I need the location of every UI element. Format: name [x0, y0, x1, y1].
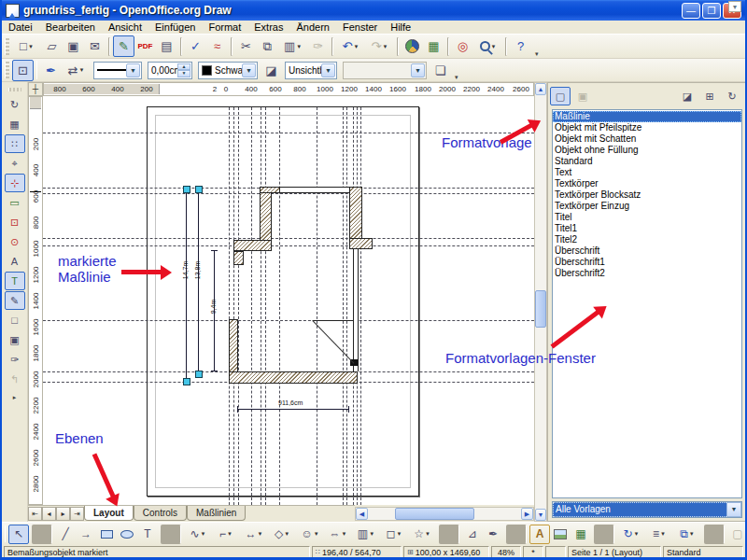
draw-tool-button[interactable]: ▼ [161, 525, 181, 544]
new-style-from-selection-button[interactable]: ⊞ [699, 87, 720, 105]
select-text-area-button[interactable]: T [5, 272, 25, 290]
style-list-item[interactable]: Textkörper [553, 178, 741, 189]
floorplan-wall[interactable] [349, 187, 362, 241]
minimize-button[interactable]: — [682, 3, 700, 19]
draw-tool-button[interactable]: ▼ [32, 525, 52, 544]
simple-handles-button[interactable]: □ [5, 311, 25, 329]
shadow-button[interactable]: ❏ [430, 60, 451, 81]
modify-with-attributes-button[interactable]: ✑ [5, 350, 25, 369]
select-tool[interactable]: ↖▼ [8, 525, 29, 544]
toolbar-button[interactable]: ▼ [180, 37, 182, 56]
style-list-item[interactable]: Überschrift1 [553, 257, 741, 268]
tab-nav-button[interactable]: ⇥ [70, 507, 84, 521]
toolbar-button[interactable]: ▼ [231, 37, 233, 56]
stars-tool[interactable]: ☆▼ [408, 525, 436, 544]
toolbar-grip[interactable] [8, 88, 21, 91]
toolbar-button[interactable]: ▼ [447, 37, 449, 56]
large-handles-button[interactable]: ▣ [5, 330, 25, 349]
export-pdf-button[interactable]: PDF▼ [134, 35, 156, 57]
callouts-tool[interactable]: ◻▼ [380, 525, 408, 544]
layer-tab[interactable]: Maßlinien [187, 506, 246, 521]
status-page-style[interactable]: Standard [663, 546, 743, 558]
spellcheck-button[interactable]: ✓▼ [185, 35, 206, 57]
floorplan-wall[interactable] [233, 251, 244, 265]
maximize-button[interactable]: ❐ [702, 3, 721, 19]
quick-editing-button[interactable]: A [5, 252, 25, 271]
snap-to-object-frame-button[interactable]: ⊡ [5, 213, 25, 231]
floorplan-wall[interactable] [280, 187, 349, 193]
style-list-item[interactable]: Titel1 [553, 223, 741, 234]
selection-handle[interactable] [183, 378, 190, 385]
style-list-item[interactable]: Text [553, 167, 741, 178]
alignment-button[interactable]: ≡▼ [645, 525, 673, 544]
draw-tool-button[interactable]: ▼ [704, 525, 725, 544]
rotation-mode-button[interactable]: ↻ [5, 95, 25, 114]
menu-item[interactable]: Einfügen [148, 21, 202, 35]
draw-tool-button[interactable]: ▼ [594, 525, 614, 544]
dimension-line[interactable] [237, 409, 349, 410]
style-list-item[interactable]: Überschrift2 [553, 268, 741, 279]
tab-nav-button[interactable]: ◂ [42, 507, 56, 521]
toolbar-button[interactable]: ▼ [108, 37, 110, 56]
scroll-down-button[interactable]: ▼ [535, 509, 546, 521]
menu-item[interactable]: Extras [247, 21, 289, 35]
scroll-left-button[interactable]: ◀ [356, 508, 368, 520]
ellipse-tool[interactable]: ▼ [117, 525, 137, 544]
extrusion-button[interactable]: ▢▼ [727, 525, 747, 544]
style-list-item[interactable]: Objekt mit Schatten [553, 133, 741, 145]
toolbar-overflow-icon[interactable]: ▾ [455, 74, 458, 81]
toolbar-grip[interactable] [5, 38, 9, 55]
line-width-field[interactable]: 0,00cm▲▼ [148, 62, 192, 79]
fill-format-mode-button[interactable]: ◪ [677, 87, 698, 105]
fill-type-combo[interactable]: Unsichtbar▼ [285, 62, 337, 79]
line-style-combo[interactable]: ▼ [93, 62, 142, 79]
draw-tool-button[interactable]: ▼ [506, 525, 527, 544]
glue-points-button[interactable]: ✒▼ [483, 525, 503, 544]
horizontal-scrollbar[interactable]: ◀ ▶ [355, 507, 534, 521]
tab-nav-button[interactable]: ⇤ [28, 507, 42, 521]
selection-handle[interactable] [195, 371, 203, 378]
ruler-origin[interactable]: ┼ [28, 82, 43, 96]
dimension-line-tool[interactable]: ↔▼ [240, 525, 268, 544]
graphics-styles-button[interactable]: ▢ [550, 87, 571, 105]
line-color-combo[interactable]: Schwarz▼ [198, 62, 258, 79]
style-list-item[interactable]: Überschrift [553, 245, 741, 257]
new-document-button[interactable]: □▼ [12, 35, 41, 57]
rectangle-tool[interactable]: ▼ [96, 525, 117, 544]
cut-button[interactable]: ✂▼ [235, 35, 257, 57]
close-document-icon[interactable]: ▾ [728, 1, 741, 12]
style-list-item[interactable]: Objekt ohne Füllung [553, 145, 741, 156]
vertical-scrollbar[interactable]: ▲ ▼ [534, 82, 547, 522]
flowchart-tool[interactable]: ▥▼ [352, 525, 380, 544]
style-list-item[interactable]: Textkörper Einzug [553, 201, 741, 212]
style-list-item[interactable]: Textkörper Blocksatz [553, 189, 741, 201]
gallery-button[interactable]: ▦▼ [423, 35, 444, 57]
navigator-button[interactable]: ◎▼ [452, 35, 473, 57]
style-list-item[interactable]: Titel2 [553, 234, 741, 245]
update-style-button[interactable]: ↻ [722, 87, 742, 105]
help-button[interactable]: ?▼ [510, 35, 531, 57]
floorplan-wall[interactable] [229, 371, 358, 384]
floorplan-wall[interactable] [233, 240, 272, 251]
horizontal-ruler[interactable]: 8006004002002040060080010001200140016001… [43, 82, 534, 96]
edit-points-button[interactable]: ⊿▼ [462, 525, 483, 544]
scroll-up-button[interactable]: ▲ [535, 83, 546, 95]
toolbar-overflow-icon[interactable]: ▾ [535, 50, 539, 58]
fill-style-combo[interactable]: ▼ [343, 62, 427, 79]
layer-tab[interactable]: Controls [134, 506, 187, 521]
menu-item[interactable]: Ansicht [102, 21, 148, 35]
style-filter-dropdown[interactable]: Alle Vorlagen▼ [552, 501, 742, 518]
send-email-button[interactable]: ✉▼ [84, 35, 106, 57]
block-arrows-tool[interactable]: ⇔▼ [324, 525, 352, 544]
curve-tool[interactable]: ∿▼ [184, 525, 212, 544]
print-button[interactable]: ▤▼ [156, 35, 177, 57]
floorplan-wall[interactable] [313, 320, 354, 321]
connector-tool[interactable]: ⌐▼ [212, 525, 240, 544]
menu-item[interactable]: Ändern [289, 21, 335, 35]
menu-item[interactable]: Hilfe [384, 21, 417, 35]
copy-button[interactable]: ⧉▼ [257, 35, 278, 57]
layer-tab[interactable]: Layout [84, 506, 134, 521]
menu-item[interactable]: Bearbeiten [39, 21, 102, 35]
autospellcheck-button[interactable]: ≈▼ [206, 35, 228, 57]
drawing-canvas[interactable]: 14,7m13,8m9,4m911,6cm [43, 96, 534, 505]
